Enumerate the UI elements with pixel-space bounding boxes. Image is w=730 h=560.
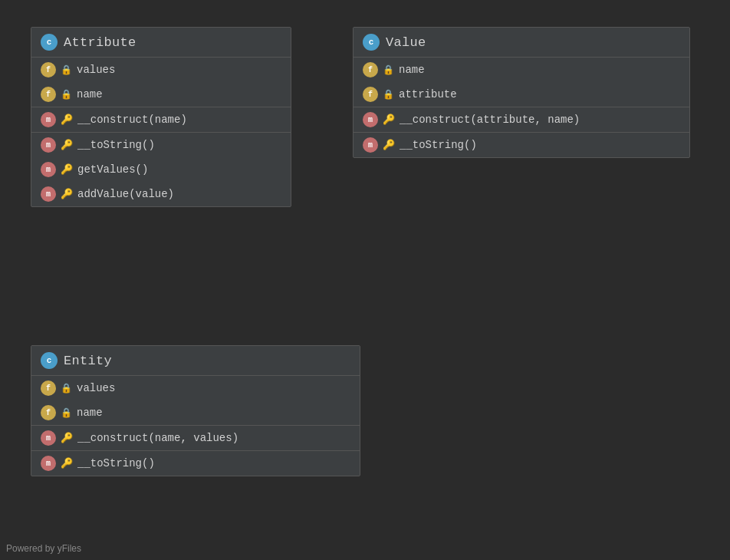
field-badge: f — [41, 405, 56, 420]
field-text: name — [77, 407, 103, 419]
class-badge-attribute: c — [41, 34, 58, 51]
green-key-icon: 🔑 — [383, 114, 395, 126]
methods-section2-attribute: m🔑__toString()m🔑getValues()m🔑addValue(va… — [31, 133, 291, 206]
fields-section-entity: f🔒valuesf🔒name — [31, 376, 360, 426]
method-badge: m — [41, 186, 56, 202]
field-text: name — [77, 88, 103, 100]
method-badge: m — [41, 162, 56, 177]
method-badge: m — [41, 430, 56, 446]
method-row: m🔑getValues() — [31, 157, 291, 182]
lock-icon: 🔒 — [383, 89, 394, 100]
methods-section2-value: m🔑__toString() — [353, 133, 689, 157]
field-row: f🔒name — [353, 58, 689, 82]
method-row: m🔑__construct(name) — [31, 107, 291, 132]
methods-section1-entity: m🔑__construct(name, values) — [31, 426, 360, 451]
field-row: f🔒values — [31, 58, 291, 82]
lock-icon: 🔒 — [383, 64, 394, 76]
method-text: __toString() — [77, 457, 155, 469]
field-text: name — [399, 64, 425, 76]
methods-section2-entity: m🔑__toString() — [31, 451, 360, 476]
lock-icon: 🔒 — [61, 64, 72, 76]
method-text: __toString() — [400, 139, 477, 151]
green-key-icon: 🔑 — [61, 188, 73, 200]
class-header-attribute: cAttribute — [31, 28, 291, 58]
method-text: addValue(value) — [77, 188, 174, 200]
green-key-icon: 🔑 — [383, 139, 395, 151]
class-header-entity: cEntity — [31, 346, 360, 376]
field-text: values — [77, 382, 115, 394]
method-row: m🔑__construct(attribute, name) — [353, 107, 689, 132]
method-badge: m — [41, 112, 56, 127]
methods-section1-value: m🔑__construct(attribute, name) — [353, 107, 689, 133]
method-badge: m — [363, 112, 378, 127]
method-row: m🔑__toString() — [353, 133, 689, 157]
lock-icon: 🔒 — [61, 407, 72, 419]
fields-section-value: f🔒namef🔒attribute — [353, 58, 689, 107]
field-text: values — [77, 64, 115, 76]
green-key-icon: 🔑 — [61, 457, 73, 469]
class-box-attribute[interactable]: cAttributef🔒valuesf🔒namem🔑__construct(na… — [31, 27, 291, 207]
method-text: getValues() — [77, 163, 148, 176]
method-badge: m — [41, 137, 56, 153]
diagram-canvas: cAttributef🔒valuesf🔒namem🔑__construct(na… — [0, 0, 730, 560]
method-row: m🔑__toString() — [31, 451, 360, 476]
field-badge: f — [363, 62, 378, 77]
class-box-entity[interactable]: cEntityf🔒valuesf🔒namem🔑__construct(name,… — [31, 345, 360, 476]
class-badge-entity: c — [41, 352, 58, 369]
method-badge: m — [41, 456, 56, 471]
class-title-entity: Entity — [64, 354, 112, 368]
method-text: __construct(attribute, name) — [400, 114, 580, 126]
green-key-icon: 🔑 — [61, 139, 73, 151]
field-text: attribute — [399, 88, 457, 100]
methods-section1-attribute: m🔑__construct(name) — [31, 107, 291, 133]
field-badge: f — [363, 87, 378, 102]
fields-section-attribute: f🔒valuesf🔒name — [31, 58, 291, 107]
class-box-value[interactable]: cValuef🔒namef🔒attributem🔑__construct(att… — [353, 27, 690, 158]
lock-icon: 🔒 — [61, 383, 72, 394]
method-row: m🔑__construct(name, values) — [31, 426, 360, 450]
method-text: __construct(name) — [77, 114, 187, 126]
field-row: f🔒name — [31, 82, 291, 107]
green-key-icon: 🔑 — [61, 114, 73, 126]
field-badge: f — [41, 380, 56, 396]
powered-by-label: Powered by yFiles — [6, 543, 81, 554]
field-badge: f — [41, 87, 56, 102]
method-row: m🔑addValue(value) — [31, 182, 291, 206]
lock-icon: 🔒 — [61, 89, 72, 100]
field-row: f🔒attribute — [353, 82, 689, 107]
method-row: m🔑__toString() — [31, 133, 291, 157]
class-title-value: Value — [386, 35, 426, 50]
method-text: __construct(name, values) — [77, 432, 238, 444]
class-header-value: cValue — [353, 28, 689, 58]
method-badge: m — [363, 137, 378, 153]
field-badge: f — [41, 62, 56, 77]
field-row: f🔒values — [31, 376, 360, 400]
method-text: __toString() — [77, 139, 155, 151]
green-key-icon: 🔑 — [61, 432, 73, 444]
class-title-attribute: Attribute — [64, 35, 136, 50]
green-key-icon: 🔑 — [61, 163, 73, 176]
field-row: f🔒name — [31, 400, 360, 425]
class-badge-value: c — [363, 34, 380, 51]
